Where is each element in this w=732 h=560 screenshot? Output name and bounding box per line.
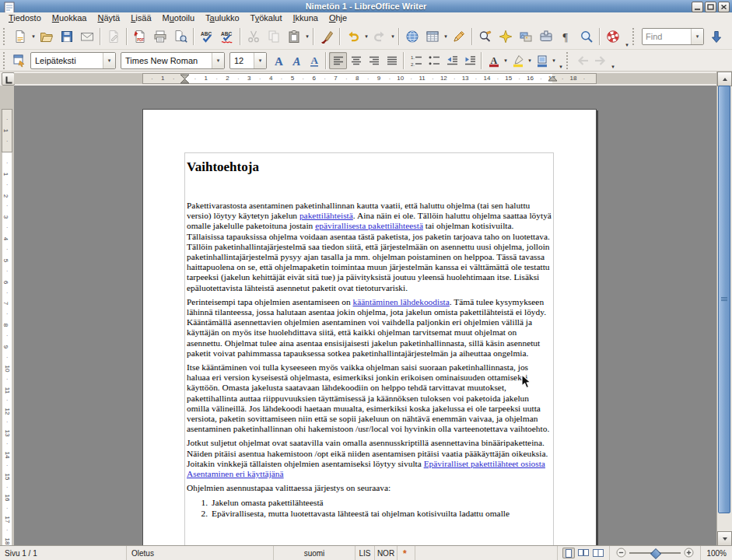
maximize-button[interactable] (705, 2, 716, 12)
help-button[interactable] (603, 26, 623, 47)
data-sources-button[interactable] (536, 26, 556, 47)
back-button[interactable] (573, 52, 591, 69)
styles-button[interactable] (10, 52, 28, 69)
font-size-combo-dropdown[interactable]: ▾ (254, 53, 266, 68)
single-page-view-button[interactable] (562, 548, 575, 558)
find-input[interactable]: ▾ (642, 28, 704, 45)
paragraph-style-combo-dropdown[interactable]: ▾ (103, 53, 115, 68)
zoom-out-icon[interactable] (616, 548, 626, 559)
copy-button[interactable] (264, 26, 284, 47)
toolbar-grip[interactable] (632, 28, 636, 45)
status-page-style[interactable]: Oletus (127, 546, 274, 560)
bold-button[interactable]: A (269, 52, 287, 69)
new-document-button[interactable] (10, 26, 30, 47)
font-color-button[interactable]: A (485, 52, 503, 69)
increase-indent-button[interactable] (461, 52, 478, 69)
new-document-button-dropdown[interactable]: ▾ (30, 33, 37, 40)
font-size-combo[interactable]: 12▾ (229, 52, 267, 69)
tab-stop-selector[interactable] (2, 72, 15, 86)
formatting-toolbar-overflow[interactable]: ▾ (557, 49, 565, 72)
toolbar-grip[interactable] (3, 52, 7, 69)
find-replace-button[interactable] (475, 26, 496, 47)
export-pdf-button[interactable]: PDF (130, 26, 150, 47)
document-workspace[interactable]: Vaihtoehtoja Pakettivarastosta asentamin… (14, 86, 717, 546)
clone-formatting-button[interactable] (317, 26, 337, 47)
redo-button-dropdown[interactable]: ▾ (390, 33, 396, 40)
open-button[interactable] (37, 26, 57, 47)
horizontal-ruler[interactable]: ·1··1·2·3·4·5·6·7·8·9·10·11·12·13·14·15·… (14, 73, 717, 84)
bullet-list-button[interactable] (425, 52, 443, 69)
font-name-combo-dropdown[interactable]: ▾ (212, 53, 224, 68)
redo-button[interactable] (370, 26, 390, 47)
menu-näytä[interactable]: Näytä (92, 12, 125, 23)
menu-työkalut[interactable]: Työkalut (245, 12, 288, 23)
paragraph-style-combo[interactable]: Leipäteksti▾ (30, 52, 116, 69)
auto-spellcheck-button[interactable]: ABC (217, 26, 237, 47)
background-color-button-dropdown[interactable]: ▾ (551, 58, 557, 64)
menu-taulukko[interactable]: Taulukko (200, 12, 244, 23)
menu-muokkaa[interactable]: Muokkaa (47, 12, 93, 23)
draw-functions-button[interactable] (449, 26, 469, 47)
zoom-button[interactable] (576, 26, 597, 47)
zoom-in-icon[interactable] (684, 548, 694, 559)
status-language[interactable]: suomi (274, 546, 355, 560)
paste-button[interactable] (284, 26, 304, 47)
hyperlink[interactable]: epävirallisesta pakettilähteestä (315, 221, 423, 230)
toolbar-grip[interactable] (566, 52, 570, 69)
vertical-scrollbar[interactable] (716, 72, 732, 546)
email-button[interactable] (77, 26, 97, 47)
status-selection-mode[interactable]: NOR (375, 546, 398, 560)
scrollbar-thumb[interactable] (718, 86, 730, 513)
underline-button[interactable]: A (305, 52, 323, 69)
minimize-button[interactable] (692, 2, 703, 12)
document-page[interactable]: Vaihtoehtoja Pakettivarastosta asentamin… (142, 109, 597, 546)
hyperlink[interactable]: kääntäminen lähdekoodista (353, 297, 450, 306)
hyperlink[interactable]: pakettilähteistä (299, 211, 353, 220)
find-next-button[interactable] (706, 26, 727, 47)
paste-button-dropdown[interactable]: ▾ (304, 33, 310, 40)
status-insert-mode[interactable]: LIS (355, 546, 375, 560)
menu-lisää[interactable]: Lisää (125, 12, 156, 23)
edit-file-button[interactable] (103, 26, 124, 47)
highlighting-button[interactable] (509, 52, 527, 69)
paragraph-indent-markers[interactable] (180, 73, 190, 84)
forward-button[interactable] (591, 52, 609, 69)
find-previous-button[interactable] (727, 26, 732, 47)
spelling-button[interactable]: ABC (197, 26, 217, 47)
right-indent-marker[interactable] (548, 73, 558, 84)
zoom-slider-thumb[interactable] (650, 548, 661, 558)
document-content[interactable]: Vaihtoehtoja Pakettivarastosta asentamin… (187, 158, 552, 546)
italic-button[interactable]: A (287, 52, 305, 69)
status-modified-flag[interactable]: * (398, 546, 415, 560)
insert-table-button-dropdown[interactable]: ▾ (443, 33, 449, 40)
undo-button-dropdown[interactable]: ▾ (363, 33, 370, 40)
book-view-button[interactable] (592, 548, 604, 558)
font-name-combo[interactable]: Times New Roman▾ (121, 52, 225, 69)
menu-ikkuna[interactable]: Ikkuna (288, 12, 324, 23)
align-right-button[interactable] (365, 52, 383, 69)
vertical-ruler[interactable]: ·1··1·2·3·4·5·6·7·8·9·10·11·12·13·14·15·… (0, 86, 14, 546)
zoom-slider-track[interactable] (629, 552, 681, 554)
save-button[interactable] (57, 26, 77, 47)
status-page-number[interactable]: Sivu 1 / 1 (0, 546, 127, 560)
align-justify-button[interactable] (383, 52, 401, 69)
find-text-input[interactable] (643, 32, 691, 41)
multi-page-view-button[interactable] (577, 548, 590, 558)
scroll-down-button[interactable] (717, 531, 732, 546)
menu-muotoilu[interactable]: Muotoilu (157, 12, 201, 23)
background-color-button[interactable] (533, 52, 551, 69)
cut-button[interactable] (243, 26, 264, 47)
insert-table-button[interactable] (422, 26, 443, 47)
align-center-button[interactable] (347, 52, 365, 69)
undo-button[interactable] (343, 26, 363, 47)
scroll-up-button[interactable] (717, 72, 732, 86)
status-zoom-level[interactable]: 100% (701, 546, 732, 560)
menu-tiedosto[interactable]: Tiedosto (3, 12, 47, 23)
decrease-indent-button[interactable] (443, 52, 461, 69)
font-color-button-dropdown[interactable]: ▾ (503, 58, 509, 64)
align-left-button[interactable] (329, 52, 347, 69)
print-button[interactable] (150, 26, 170, 47)
navigator-button[interactable] (496, 26, 516, 47)
find-dropdown[interactable]: ▾ (691, 29, 703, 44)
formatting-marks-button[interactable]: ¶ (556, 26, 576, 47)
